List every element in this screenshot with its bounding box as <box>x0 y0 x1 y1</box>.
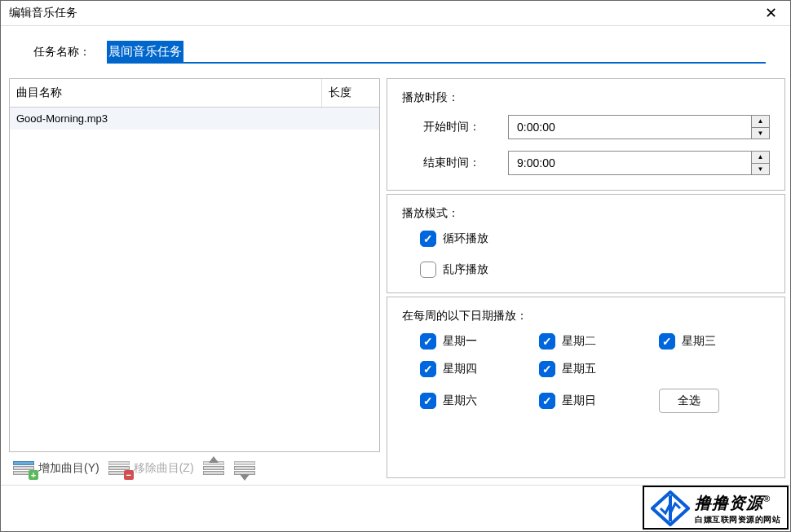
play-mode-group: 播放模式： 循环播放 乱序播放 <box>387 194 785 293</box>
close-icon[interactable]: ✕ <box>760 6 782 20</box>
day-sat-label: 星期六 <box>443 394 477 408</box>
day-fri-label: 星期五 <box>562 362 596 376</box>
move-up-icon <box>202 460 225 477</box>
window-title: 编辑音乐任务 <box>9 6 760 20</box>
day-sat-checkbox[interactable] <box>420 393 436 409</box>
remove-track-label: 移除曲目(Z) <box>134 461 194 476</box>
remove-track-button[interactable]: − 移除曲目(Z) <box>108 460 194 477</box>
loop-checkbox[interactable] <box>420 231 436 247</box>
day-thu-checkbox[interactable] <box>420 361 436 377</box>
track-len <box>325 112 373 125</box>
end-time-down-icon[interactable]: ▼ <box>752 164 769 175</box>
day-mon-checkbox[interactable] <box>420 333 436 350</box>
track-table: 曲目名称 长度 Good-Morning.mp3 <box>9 78 380 452</box>
start-time-down-icon[interactable]: ▼ <box>752 128 769 139</box>
start-time-value[interactable] <box>509 116 751 138</box>
table-row[interactable]: Good-Morning.mp3 <box>10 108 379 130</box>
track-body: Good-Morning.mp3 <box>10 108 379 451</box>
start-time-up-icon[interactable]: ▲ <box>752 116 769 128</box>
footer: ✔ 确 撸撸资源® 白嫖互联网资源的网站 <box>1 485 790 531</box>
shuffle-checkbox[interactable] <box>420 262 436 278</box>
add-track-button[interactable]: + 增加曲目(Y) <box>12 460 99 477</box>
remove-track-icon: − <box>108 460 130 477</box>
loop-label: 循环播放 <box>443 231 488 246</box>
day-fri-checkbox[interactable] <box>539 361 555 377</box>
move-up-button[interactable] <box>202 460 225 477</box>
day-sun-label: 星期日 <box>562 394 596 408</box>
move-down-icon <box>233 460 256 477</box>
watermark-small: 白嫖互联网资源的网站 <box>695 514 780 525</box>
day-wed-label: 星期三 <box>682 334 716 349</box>
task-name-input[interactable]: 晨间音乐任务 <box>107 41 766 64</box>
shuffle-label: 乱序播放 <box>443 262 488 277</box>
end-time-up-icon[interactable]: ▲ <box>752 152 769 164</box>
task-name-label: 任务名称： <box>33 45 91 59</box>
task-name-value: 晨间音乐任务 <box>107 41 183 62</box>
titlebar: 编辑音乐任务 ✕ <box>1 1 790 26</box>
select-all-button[interactable]: 全选 <box>659 389 719 413</box>
watermark-logo-icon <box>651 490 690 526</box>
col-name-header[interactable]: 曲目名称 <box>10 79 322 107</box>
day-tue-checkbox[interactable] <box>539 333 555 350</box>
day-sun-checkbox[interactable] <box>539 393 555 409</box>
add-track-label: 增加曲目(Y) <box>38 461 99 476</box>
start-time-input[interactable]: ▲ ▼ <box>508 115 770 139</box>
day-mon-label: 星期一 <box>443 334 477 349</box>
col-len-header[interactable]: 长度 <box>322 79 379 107</box>
track-header: 曲目名称 长度 <box>10 79 379 108</box>
mode-legend: 播放模式： <box>402 206 770 221</box>
end-time-label: 结束时间： <box>423 156 488 170</box>
weekday-group: 在每周的以下日期播放： 星期一 星期二 星期三 星期四 星期五 星期六 星期日 … <box>387 297 785 478</box>
day-wed-checkbox[interactable] <box>659 333 675 350</box>
period-legend: 播放时段： <box>402 90 770 105</box>
start-time-label: 开始时间： <box>423 120 488 134</box>
play-period-group: 播放时段： 开始时间： ▲ ▼ 结束时间： <box>387 78 785 191</box>
track-name: Good-Morning.mp3 <box>16 112 325 125</box>
watermark: 撸撸资源® 白嫖互联网资源的网站 <box>643 486 789 530</box>
add-track-icon: + <box>12 460 35 477</box>
end-time-input[interactable]: ▲ ▼ <box>508 151 770 175</box>
end-time-value[interactable] <box>509 152 751 174</box>
day-thu-label: 星期四 <box>443 362 477 376</box>
day-tue-label: 星期二 <box>562 334 596 349</box>
task-name-row: 任务名称： 晨间音乐任务 <box>1 26 790 78</box>
watermark-big: 撸撸资源 <box>695 494 763 512</box>
move-down-button[interactable] <box>233 460 256 477</box>
days-legend: 在每周的以下日期播放： <box>402 309 770 323</box>
track-toolbar: + 增加曲目(Y) − 移除曲目(Z) <box>9 452 380 481</box>
